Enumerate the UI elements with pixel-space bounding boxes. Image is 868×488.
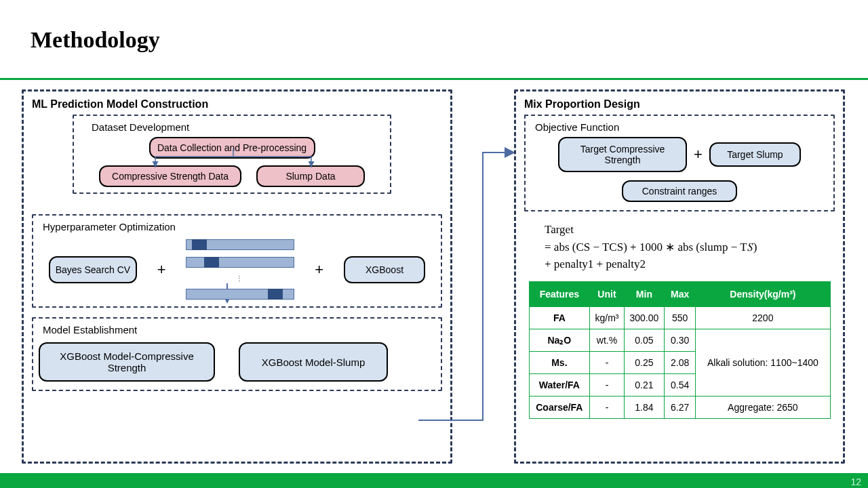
cell-min: 1.84	[624, 396, 664, 418]
eq-line-2: = abs (CS − TCS) + 1000 ∗ abs (slump − T…	[545, 239, 829, 256]
cell-feature: Coarse/FA	[529, 396, 590, 418]
cell-unit: kg/m³	[590, 306, 624, 329]
cell-unit: -	[590, 351, 624, 373]
plus-icon: +	[694, 146, 703, 163]
footer-bar	[0, 473, 868, 488]
obj-label: Objective Function	[531, 121, 828, 133]
th-max: Max	[665, 281, 696, 306]
target-slump-box: Target Slump	[709, 142, 801, 167]
cell-min: 0.05	[624, 329, 664, 351]
constraint-ranges-box: Constraint ranges	[622, 180, 737, 202]
cell-max: 550	[665, 306, 696, 329]
cell-max: 6.27	[665, 396, 696, 418]
xgb-model-slump-box: XGBoost Model-Slump	[239, 342, 388, 382]
slump-data-box: Slump Data	[256, 165, 365, 187]
cell-feature: Ms.	[529, 351, 590, 373]
bayes-search-box: Bayes Search CV	[49, 256, 137, 283]
cell-min: 0.25	[624, 351, 664, 373]
cell-min: 300.00	[624, 306, 664, 329]
cell-feature: Na₂O	[529, 329, 590, 351]
th-density: Density(kg/m³)	[696, 281, 830, 306]
data-collection-box: Data Collection and Pre-processing	[149, 137, 315, 159]
plus-icon: +	[157, 261, 166, 279]
model-establishment-box: Model Establishment XGBoost Model-Compre…	[32, 317, 442, 391]
cell-feature: FA	[529, 306, 590, 329]
cell-max: 0.54	[665, 373, 696, 396]
ml-prediction-panel: ML Prediction Model Construction Dataset…	[22, 89, 452, 464]
dataset-label: Dataset Development	[79, 121, 384, 133]
table-row: Na₂O wt.% 0.05 0.30 Alkali solution: 110…	[529, 329, 830, 351]
th-features: Features	[529, 281, 590, 306]
cell-max: 2.08	[665, 351, 696, 373]
th-min: Min	[624, 281, 664, 306]
hyperparameter-box: Hyperparameter Optimization Bayes Search…	[32, 214, 442, 308]
table-row: FA kg/m³ 300.00 550 2200	[529, 306, 830, 329]
model-est-label: Model Establishment	[39, 324, 435, 336]
plus-icon: +	[315, 261, 323, 279]
table-row: Coarse/FA - 1.84 6.27 Aggregate: 2650	[529, 396, 830, 418]
target-cs-box: Target Compressive Strength	[558, 137, 687, 172]
cell-max: 0.30	[665, 329, 696, 351]
cell-unit: -	[590, 373, 624, 396]
page-number: 12	[850, 476, 861, 487]
cell-density: 2200	[696, 306, 830, 329]
objective-equation: Target = abs (CS − TCS) + 1000 ∗ abs (sl…	[524, 216, 835, 276]
th-unit: Unit	[590, 281, 624, 306]
cell-density-alkali: Alkali solution: 1100~1400	[696, 329, 830, 396]
ml-panel-title: ML Prediction Model Construction	[32, 98, 442, 110]
mix-panel-title: Mix Proportion Design	[524, 98, 835, 110]
cell-min: 0.21	[624, 373, 664, 396]
dataset-development-box: Dataset Development Data Collection and …	[73, 115, 391, 194]
cell-unit: wt.%	[590, 329, 624, 351]
xgboost-box: XGBoost	[344, 256, 425, 283]
xgb-model-cs-box: XGBoost Model-Compressive Strength	[39, 342, 215, 382]
mix-proportion-panel: Mix Proportion Design Objective Function…	[514, 89, 845, 464]
features-table: Features Unit Min Max Density(kg/m³) FA …	[529, 281, 831, 419]
hyperparam-bars: ⋮	[186, 239, 294, 300]
cell-unit: -	[590, 396, 624, 418]
eq-line-1: Target	[545, 221, 829, 239]
compressive-strength-data-box: Compressive Strength Data	[99, 165, 241, 187]
cell-feature: Water/FA	[529, 373, 590, 396]
hyper-label: Hyperparameter Optimization	[39, 221, 435, 232]
eq-line-3: + penalty1 + penalty2	[545, 256, 829, 273]
objective-function-box: Objective Function Target Compressive St…	[524, 115, 835, 211]
cell-density: Aggregate: 2650	[696, 396, 830, 418]
divider	[0, 78, 868, 80]
page-title: Methodology	[31, 27, 160, 53]
table-header-row: Features Unit Min Max Density(kg/m³)	[529, 281, 830, 306]
